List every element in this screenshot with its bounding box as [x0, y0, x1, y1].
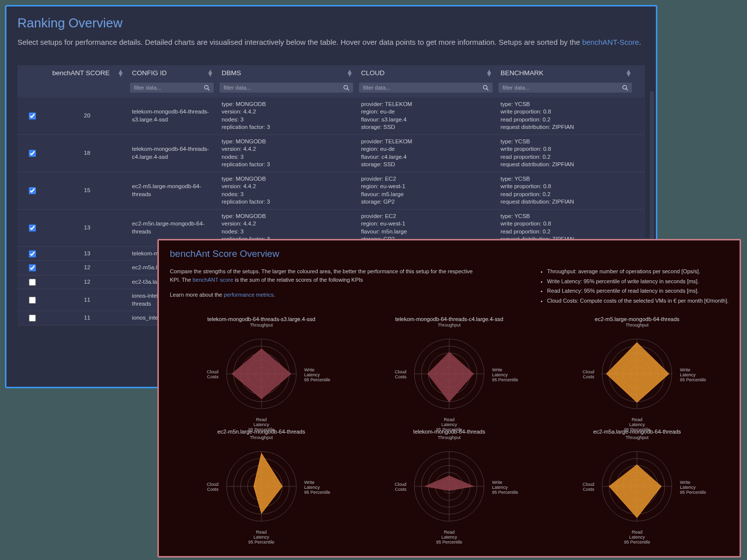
- row-config: ec2-m5.large-mongodb-64-threads: [127, 183, 217, 198]
- axis-label-throughput: Throughput: [247, 436, 276, 441]
- radar-chart[interactable]: ec2-m5n.large-mongodb-64-threads Through…: [170, 429, 353, 536]
- legend-item: Write Latency: 95% percentile of write l…: [547, 277, 729, 286]
- filter-cloud: [356, 83, 496, 93]
- axis-label-write-latency: WriteLatency95 Percentile: [304, 368, 334, 383]
- row-score: 11: [47, 296, 127, 304]
- search-icon: [482, 84, 490, 92]
- radar-canvas: Throughput WriteLatency95 Percentile Rea…: [587, 437, 687, 536]
- table-row[interactable]: 15 ec2-m5.large-mongodb-64-threads type:…: [17, 172, 645, 210]
- radar-title: ec2-m5.large-mongodb-64-threads: [595, 316, 679, 322]
- svg-point-0: [205, 85, 209, 89]
- radar-canvas: Throughput WriteLatency95 Percentile Rea…: [212, 437, 311, 536]
- radar-chart[interactable]: telekom-mongodb-64-threads-c4.large.4-ss…: [358, 316, 540, 424]
- performance-metrics-link[interactable]: performance metrics: [224, 292, 273, 298]
- row-checkbox-cell: [17, 279, 47, 286]
- sort-icon[interactable]: ▲▼: [346, 70, 351, 76]
- table-row[interactable]: 20 telekom-mongodb-64-threads-s3.large.4…: [17, 98, 645, 135]
- radar-chart[interactable]: ec2-m5.large-mongodb-64-threads Throughp…: [546, 316, 729, 424]
- axis-label-throughput: Throughput: [622, 323, 652, 328]
- search-icon: [622, 84, 629, 92]
- col-bench-label: BENCHMARK: [500, 69, 543, 77]
- score-intro-c: Learn more about the: [170, 292, 224, 298]
- filter-config: [127, 83, 217, 93]
- benchant-score-link[interactable]: benchANT-Score: [582, 38, 639, 46]
- axis-label-throughput: Throughput: [247, 323, 276, 328]
- radar-chart[interactable]: telekom-mongodb-64-threads-s3.large.4-ss…: [170, 316, 353, 424]
- axis-label-read-latency: ReadLatency95 Percentile: [247, 530, 276, 545]
- axis-label-read-latency: ReadLatency95 Percentile: [434, 530, 464, 545]
- axis-label-write-latency: WriteLatency95 Percentile: [492, 368, 522, 383]
- col-dbms[interactable]: DBMS▲▼: [217, 69, 356, 77]
- table-row[interactable]: 18 telekom-mongodb-64-threads-c4.large.4…: [17, 135, 645, 172]
- row-checkbox[interactable]: [29, 297, 36, 304]
- row-config: telekom-mongodb-64-threads-s3.large.4-ss…: [127, 108, 217, 123]
- row-checkbox-cell: [17, 112, 47, 119]
- filter-bench-input[interactable]: [498, 83, 632, 93]
- ranking-intro-tail: .: [639, 38, 641, 46]
- row-bench: type: YCSBwrite proportion: 0.8read prop…: [496, 101, 635, 131]
- filter-config-input[interactable]: [130, 83, 214, 93]
- sort-icon[interactable]: ▲▼: [117, 70, 122, 76]
- radar-grid: telekom-mongodb-64-threads-s3.large.4-ss…: [170, 316, 729, 536]
- row-checkbox[interactable]: [29, 150, 36, 157]
- filter-cloud-input[interactable]: [359, 83, 493, 93]
- row-checkbox-cell: [17, 224, 47, 231]
- axis-label-cloud-costs: CloudCosts: [564, 482, 594, 492]
- row-config: ec2-m5n.large-mongodb-64-threads: [127, 220, 217, 235]
- col-score[interactable]: benchANT SCORE▲▼: [47, 69, 127, 77]
- svg-line-5: [487, 89, 488, 90]
- col-cloud[interactable]: CLOUD▲▼: [356, 69, 496, 77]
- sort-icon[interactable]: ▲▼: [207, 70, 212, 76]
- legend-item: Read Latency: 95% percentile of read lat…: [547, 287, 729, 295]
- axis-label-write-latency: WriteLatency95 Percentile: [680, 480, 710, 495]
- row-checkbox[interactable]: [29, 264, 36, 271]
- col-benchmark[interactable]: BENCHMARK▲▼: [496, 69, 635, 77]
- axis-label-read-latency: ReadLatency95 Percentile: [622, 418, 652, 433]
- row-checkbox-cell: [17, 250, 47, 257]
- svg-line-3: [347, 89, 349, 90]
- radar-title: telekom-mongodb-64-threads-c4.large.4-ss…: [395, 316, 503, 322]
- row-checkbox[interactable]: [29, 187, 36, 194]
- score-title: benchAnt Score Overview: [170, 248, 729, 259]
- axis-label-read-latency: ReadLatency95 Percentile: [434, 418, 464, 433]
- row-checkbox-cell: [17, 297, 47, 304]
- axis-label-throughput: Throughput: [622, 436, 652, 441]
- axis-label-throughput: Throughput: [434, 436, 464, 441]
- svg-line-1: [208, 89, 209, 90]
- radar-canvas: Throughput WriteLatency95 Percentile Rea…: [587, 324, 687, 424]
- axis-label-write-latency: WriteLatency95 Percentile: [304, 480, 334, 495]
- axis-label-cloud-costs: CloudCosts: [189, 370, 219, 380]
- radar-chart[interactable]: ec2-m5a.large-mongodb-64-threads Through…: [546, 429, 729, 536]
- svg-point-2: [344, 85, 348, 89]
- row-cloud: provider: TELEKOMregion: eu-deflavour: c…: [356, 138, 496, 169]
- score-intro-b: is the sum of the relative scores of the…: [233, 277, 363, 283]
- table-header: benchANT SCORE▲▼ CONFIG ID▲▼ DBMS▲▼ CLOU…: [17, 65, 645, 81]
- row-checkbox[interactable]: [29, 224, 36, 231]
- sort-icon[interactable]: ▲▼: [625, 70, 630, 76]
- row-checkbox[interactable]: [29, 315, 36, 322]
- sort-icon[interactable]: ▲▼: [486, 70, 491, 76]
- filter-dbms-input[interactable]: [220, 83, 353, 93]
- legend-item: Throughput: average number of operations…: [547, 267, 729, 276]
- row-checkbox-cell: [17, 264, 47, 271]
- benchant-score-link2[interactable]: benchANT score: [193, 277, 234, 283]
- axis-label-cloud-costs: CloudCosts: [376, 370, 406, 380]
- row-cloud: provider: EC2region: eu-west-1flavour: m…: [356, 175, 496, 206]
- row-checkbox[interactable]: [29, 112, 36, 119]
- svg-marker-47: [253, 453, 282, 514]
- score-intro-row: Compare the strengths of the setups. The…: [170, 267, 729, 306]
- radar-title: telekom-mongodb-64-threads-s3.large.4-ss…: [207, 316, 315, 322]
- col-config[interactable]: CONFIG ID▲▼: [127, 69, 217, 77]
- svg-marker-37: [607, 342, 669, 402]
- col-dbms-label: DBMS: [222, 69, 241, 77]
- axis-label-write-latency: WriteLatency95 Percentile: [492, 480, 522, 495]
- col-score-label: benchANT SCORE: [52, 69, 110, 77]
- row-checkbox[interactable]: [29, 250, 36, 257]
- radar-canvas: Throughput WriteLatency95 Percentile Rea…: [212, 324, 311, 424]
- svg-line-7: [626, 89, 627, 90]
- row-checkbox[interactable]: [29, 279, 36, 286]
- radar-canvas: Throughput WriteLatency95 Percentile Rea…: [399, 437, 499, 536]
- radar-chart[interactable]: telekom-mongodb-64-threads Throughput Wr…: [358, 429, 540, 536]
- svg-point-6: [623, 85, 627, 89]
- score-intro: Compare the strengths of the setups. The…: [170, 267, 479, 306]
